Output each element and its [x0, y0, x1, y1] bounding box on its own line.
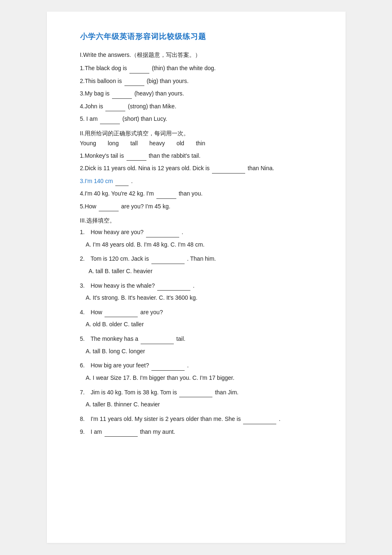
tom-label: Tom	[124, 389, 135, 396]
s2-q1: 1.Monkey's tail is than the rabbit's tai…	[80, 151, 321, 161]
blank-s3q5[interactable]	[141, 338, 174, 344]
blank-s3q1[interactable]	[146, 232, 179, 237]
s3-q8: 8. I'm 11 years old. My sister is 2 year…	[80, 414, 321, 424]
blank-s3q6[interactable]	[151, 365, 185, 371]
blank-s1q3[interactable]	[112, 93, 132, 99]
s3-q1: 1. How heavy are you? .	[80, 227, 321, 237]
blank-s3q4[interactable]	[105, 311, 138, 317]
s3-q2: 2. Tom is 120 cm. Jack is . Than him.	[80, 254, 321, 264]
s1-q1: 1.The black dog is (thin) than the white…	[80, 63, 321, 73]
s3-q1-options: A. I'm 48 years old. B. I'm 48 kg. C. I'…	[86, 240, 321, 250]
s3-q4: 4. How are you?	[80, 307, 321, 318]
blank-s1q2[interactable]	[124, 80, 144, 86]
s2-q4: 4.I'm 40 kg. You're 42 kg. I'm than you.	[80, 188, 321, 199]
s1-q4: 4.John is (strong) than Mike.	[80, 101, 321, 112]
blank-s2q5[interactable]	[99, 205, 119, 211]
s3-q7: 7. Jim is 40 kg. Tom is 38 kg. Tom is th…	[80, 387, 321, 398]
s1-q3: 3.My bag is (heavy) than yours.	[80, 88, 321, 99]
blank-s1q4[interactable]	[105, 105, 125, 111]
section3-header: III.选择填空。	[80, 217, 321, 225]
section2-header: II.用所给词的正确形式填空，每词用一次。	[80, 130, 321, 137]
s3-q4-options: A. old B. older C. taller	[86, 320, 321, 330]
s3-q7-options: A. taller B. thinner C. heavier	[86, 400, 321, 410]
s3-q6-options: A. I wear Size 17. B. I'm bigger than yo…	[86, 373, 321, 383]
s3-q3-options: A. It's strong. B. It's heavier. C. It's…	[86, 293, 321, 303]
s3-q5: 5. The monkey has a tail.	[80, 334, 321, 344]
blank-s3q2[interactable]	[151, 258, 185, 264]
page-title: 小学六年级英语形容词比较级练习题	[80, 32, 321, 42]
blank-s2q1[interactable]	[127, 155, 146, 161]
s2-q3: 3.I'm 140 cm .	[80, 176, 321, 186]
blank-s3q7[interactable]	[179, 391, 212, 397]
s3-q6: 6. How big are your feet? .	[80, 360, 321, 371]
s3-q2-options: A. tall B. taller C. heavier	[86, 266, 321, 276]
blank-s1q5[interactable]	[100, 118, 120, 124]
section1-header: I.Write the answers.（根据题意，写出答案。）	[80, 51, 321, 59]
blank-s3q3[interactable]	[157, 285, 190, 291]
blank-s1q1[interactable]	[129, 68, 149, 73]
s2-q2: 2.Dick is 11 years old. Nina is 12 years…	[80, 163, 321, 174]
s1-q2: 2.This balloon is (big) than yours.	[80, 76, 321, 86]
blank-s2q3[interactable]	[115, 180, 129, 186]
blank-s2q4[interactable]	[156, 193, 176, 199]
blank-s3q9[interactable]	[105, 431, 138, 437]
blank-s2q2[interactable]	[212, 168, 245, 174]
s3-q5-options: A. tall B. long C. longer	[86, 347, 321, 357]
section2-wordlist: Young long tall heavy old thin	[80, 140, 321, 147]
blank-s3q8[interactable]	[243, 418, 276, 424]
s2-q5: 5.How are you? I'm 45 kg.	[80, 201, 321, 212]
s3-q3: 3. How heavy is the whale? .	[80, 281, 321, 291]
page: 小学六年级英语形容词比较级练习题 I.Write the answers.（根据…	[47, 12, 346, 543]
s3-q9: 9. I am than my aunt.	[80, 427, 321, 437]
s1-q5: 5. I am (short) than Lucy.	[80, 114, 321, 124]
